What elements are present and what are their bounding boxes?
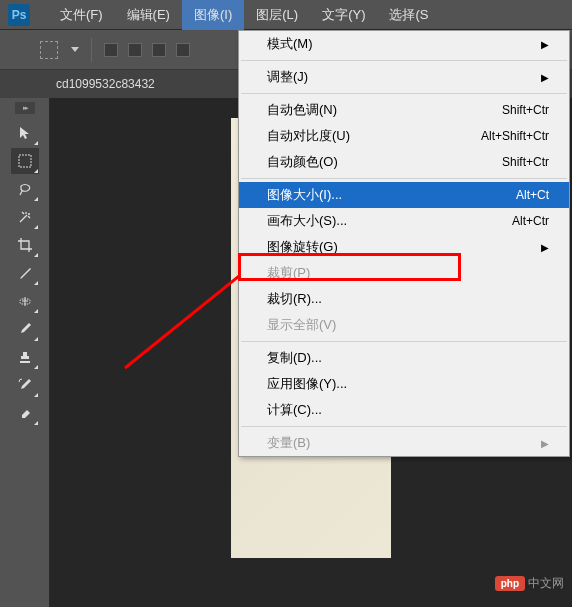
separator xyxy=(91,38,92,62)
eraser-tool[interactable] xyxy=(11,400,39,426)
menu-separator xyxy=(241,341,567,342)
selection-intersect-icon[interactable] xyxy=(176,43,190,57)
menu-trim-label: 裁切(R)... xyxy=(267,290,322,308)
menu-calculations[interactable]: 计算(C)... xyxy=(239,397,569,423)
shortcut-label: Alt+Ctr xyxy=(512,214,549,228)
menu-file[interactable]: 文件(F) xyxy=(48,0,115,30)
submenu-arrow-icon: ▶ xyxy=(541,242,549,253)
move-tool[interactable] xyxy=(11,120,39,146)
menu-reveal-all: 显示全部(V) xyxy=(239,312,569,338)
menu-image[interactable]: 图像(I) xyxy=(182,0,244,30)
menu-trim[interactable]: 裁切(R)... xyxy=(239,286,569,312)
menu-auto-tone[interactable]: 自动色调(N)Shift+Ctr xyxy=(239,97,569,123)
shortcut-label: Alt+Ct xyxy=(516,188,549,202)
menu-auto-contrast[interactable]: 自动对比度(U)Alt+Shift+Ctr xyxy=(239,123,569,149)
submenu-arrow-icon: ▶ xyxy=(541,72,549,83)
image-menu-dropdown: 模式(M)▶ 调整(J)▶ 自动色调(N)Shift+Ctr 自动对比度(U)A… xyxy=(238,30,570,457)
menu-reveal-all-label: 显示全部(V) xyxy=(267,316,336,334)
marquee-tool[interactable] xyxy=(11,148,39,174)
eyedropper-tool[interactable] xyxy=(11,260,39,286)
menu-image-rotation-label: 图像旋转(G) xyxy=(267,238,338,256)
selection-new-icon[interactable] xyxy=(104,43,118,57)
menu-auto-color-label: 自动颜色(O) xyxy=(267,153,338,171)
menu-separator xyxy=(241,93,567,94)
menu-variables-label: 变量(B) xyxy=(267,434,310,452)
panel-expand-icon[interactable] xyxy=(15,102,35,114)
menu-apply-image[interactable]: 应用图像(Y)... xyxy=(239,371,569,397)
document-tab[interactable]: cd1099532c83432 xyxy=(56,77,155,91)
chevron-down-icon[interactable] xyxy=(71,47,79,52)
menu-duplicate-label: 复制(D)... xyxy=(267,349,322,367)
selection-subtract-icon[interactable] xyxy=(152,43,166,57)
lasso-tool[interactable] xyxy=(11,176,39,202)
menu-canvas-size[interactable]: 画布大小(S)...Alt+Ctr xyxy=(239,208,569,234)
marquee-icon[interactable] xyxy=(40,41,58,59)
menu-edit[interactable]: 编辑(E) xyxy=(115,0,182,30)
menu-crop-label: 裁剪(P) xyxy=(267,264,310,282)
menu-auto-contrast-label: 自动对比度(U) xyxy=(267,127,350,145)
menu-mode-label: 模式(M) xyxy=(267,35,313,53)
menu-layer[interactable]: 图层(L) xyxy=(244,0,310,30)
menu-separator xyxy=(241,60,567,61)
history-brush-tool[interactable] xyxy=(11,372,39,398)
menu-select[interactable]: 选择(S xyxy=(377,0,440,30)
menu-text[interactable]: 文字(Y) xyxy=(310,0,377,30)
menu-separator xyxy=(241,178,567,179)
menu-image-size[interactable]: 图像大小(I)...Alt+Ct xyxy=(239,182,569,208)
selection-add-icon[interactable] xyxy=(128,43,142,57)
app-logo: Ps xyxy=(8,4,30,26)
watermark: php 中文网 xyxy=(495,575,564,592)
menu-duplicate[interactable]: 复制(D)... xyxy=(239,345,569,371)
menu-image-rotation[interactable]: 图像旋转(G)▶ xyxy=(239,234,569,260)
menu-auto-color[interactable]: 自动颜色(O)Shift+Ctr xyxy=(239,149,569,175)
menu-variables: 变量(B)▶ xyxy=(239,430,569,456)
brush-tool[interactable] xyxy=(11,316,39,342)
crop-tool[interactable] xyxy=(11,232,39,258)
menu-apply-image-label: 应用图像(Y)... xyxy=(267,375,347,393)
menu-adjustments-label: 调整(J) xyxy=(267,68,308,86)
shortcut-label: Shift+Ctr xyxy=(502,155,549,169)
shortcut-label: Shift+Ctr xyxy=(502,103,549,117)
menubar: Ps 文件(F) 编辑(E) 图像(I) 图层(L) 文字(Y) 选择(S xyxy=(0,0,572,30)
menu-auto-tone-label: 自动色调(N) xyxy=(267,101,337,119)
menu-mode[interactable]: 模式(M)▶ xyxy=(239,31,569,57)
menu-canvas-size-label: 画布大小(S)... xyxy=(267,212,347,230)
menu-separator xyxy=(241,426,567,427)
stamp-tool[interactable] xyxy=(11,344,39,370)
svg-rect-0 xyxy=(19,155,31,167)
shortcut-label: Alt+Shift+Ctr xyxy=(481,129,549,143)
watermark-text: 中文网 xyxy=(528,575,564,592)
tool-panel xyxy=(0,98,50,607)
wand-tool[interactable] xyxy=(11,204,39,230)
menu-adjustments[interactable]: 调整(J)▶ xyxy=(239,64,569,90)
menu-image-size-label: 图像大小(I)... xyxy=(267,186,342,204)
menu-calculations-label: 计算(C)... xyxy=(267,401,322,419)
healing-tool[interactable] xyxy=(11,288,39,314)
submenu-arrow-icon: ▶ xyxy=(541,438,549,449)
submenu-arrow-icon: ▶ xyxy=(541,39,549,50)
watermark-badge: php xyxy=(495,576,525,591)
menu-crop: 裁剪(P) xyxy=(239,260,569,286)
